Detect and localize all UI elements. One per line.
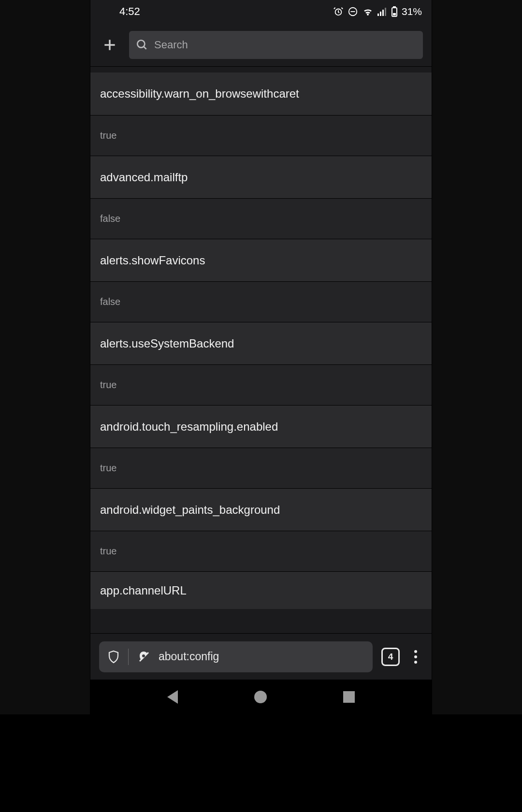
tab-count-label: 4 xyxy=(388,652,393,662)
shield-icon[interactable] xyxy=(108,650,119,664)
pref-value[interactable]: false xyxy=(90,198,432,239)
pref-value-label: false xyxy=(100,296,120,307)
pref-key-label: android.touch_resampling.enabled xyxy=(100,420,278,434)
pref-key-label: advanced.mailftp xyxy=(100,171,188,184)
svg-rect-9 xyxy=(393,13,396,15)
pref-key[interactable]: app.channelURL xyxy=(90,571,432,609)
pref-key[interactable]: alerts.useSystemBackend xyxy=(90,322,432,364)
pref-key-label: alerts.useSystemBackend xyxy=(100,337,234,350)
pref-value-label: false xyxy=(100,213,120,224)
pref-key[interactable]: android.touch_resampling.enabled xyxy=(90,405,432,448)
svg-rect-4 xyxy=(380,12,381,16)
pref-value[interactable]: false xyxy=(90,281,432,322)
menu-button[interactable] xyxy=(408,650,423,664)
pref-key-label: accessibility.warn_on_browsewithcaret xyxy=(100,87,299,101)
divider xyxy=(128,649,129,665)
android-nav-bar xyxy=(90,680,432,714)
home-button[interactable] xyxy=(254,691,267,703)
recent-apps-button[interactable] xyxy=(343,691,355,703)
pref-key[interactable]: accessibility.warn_on_browsewithcaret xyxy=(90,72,432,115)
pref-key[interactable]: alerts.showFavicons xyxy=(90,239,432,281)
pref-value-label: true xyxy=(100,379,116,391)
svg-point-12 xyxy=(137,40,145,47)
battery-percent: 31% xyxy=(402,6,422,17)
svg-rect-5 xyxy=(382,10,384,16)
svg-point-14 xyxy=(142,654,145,657)
pref-value-label: true xyxy=(100,130,116,141)
svg-rect-6 xyxy=(385,8,386,16)
search-input[interactable] xyxy=(154,39,416,51)
tracking-off-icon[interactable] xyxy=(137,650,150,664)
pref-value[interactable]: true xyxy=(90,115,432,156)
prefs-list[interactable]: accessibility.warn_on_browsewithcaret tr… xyxy=(90,67,432,633)
wifi-icon xyxy=(362,7,374,16)
url-text: about:config xyxy=(159,650,219,663)
svg-rect-8 xyxy=(393,7,395,8)
pref-key[interactable]: advanced.mailftp xyxy=(90,156,432,198)
search-box[interactable] xyxy=(129,31,423,59)
pref-value[interactable]: true xyxy=(90,531,432,571)
svg-rect-3 xyxy=(377,14,379,16)
search-icon xyxy=(136,39,148,51)
pref-key[interactable]: android.widget_paints_background xyxy=(90,488,432,531)
svg-line-13 xyxy=(144,46,146,49)
pref-key-label: app.channelURL xyxy=(100,584,187,597)
phone-frame: 4:52 xyxy=(90,0,432,714)
signal-icon xyxy=(377,7,387,16)
battery-icon xyxy=(391,6,398,17)
browser-bottom-bar: about:config 4 xyxy=(90,633,432,680)
pref-key-label: android.widget_paints_background xyxy=(100,503,280,517)
pref-value-label: true xyxy=(100,463,116,474)
pref-value-label: true xyxy=(100,546,116,557)
pref-value[interactable]: true xyxy=(90,364,432,405)
address-bar[interactable]: about:config xyxy=(99,641,373,672)
tab-count-button[interactable]: 4 xyxy=(381,648,400,666)
clock-text: 4:52 xyxy=(119,5,140,18)
alarm-icon xyxy=(333,6,344,17)
dnd-icon xyxy=(348,6,358,17)
pref-value[interactable]: true xyxy=(90,448,432,488)
status-bar: 4:52 xyxy=(90,0,432,23)
add-pref-button[interactable] xyxy=(100,35,119,55)
config-toolbar xyxy=(90,23,432,67)
pref-key-label: alerts.showFavicons xyxy=(100,254,205,267)
back-button[interactable] xyxy=(167,690,178,704)
